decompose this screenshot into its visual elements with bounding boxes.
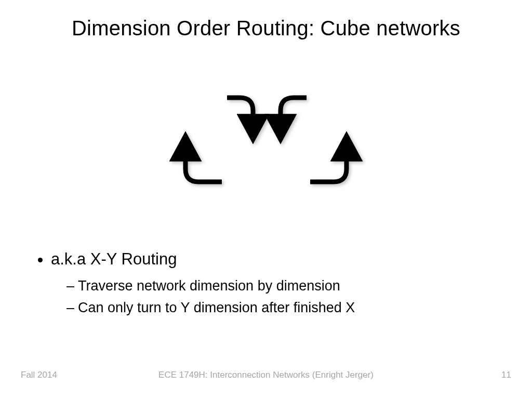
bullet-list-level2: Traverse network dimension by dimension … [66,275,496,319]
footer-left: Fall 2014 [21,370,57,380]
bullet-list-area: a.k.a X-Y Routing Traverse network dimen… [36,248,496,322]
bullet-sub-2: Can only turn to Y dimension after finis… [66,297,496,319]
arrow-top-right-down-icon [281,98,307,129]
footer-page-number: 11 [501,370,511,380]
bullet-sub-1: Traverse network dimension by dimension [66,275,496,297]
arrow-bottom-left-up-icon [185,147,222,182]
bullet-list-level1: a.k.a X-Y Routing Traverse network dimen… [51,248,496,319]
slide-footer: ECE 1749H: Interconnection Networks (Enr… [0,370,532,382]
slide: Dimension Order Routing: Cube networks [0,0,532,399]
bullet-main: a.k.a X-Y Routing Traverse network dimen… [51,248,496,319]
footer-center: ECE 1749H: Interconnection Networks (Enr… [0,370,532,380]
arrows-svg [152,88,380,192]
routing-arrows-diagram [0,88,532,203]
arrow-bottom-right-up-icon [310,147,347,182]
slide-title: Dimension Order Routing: Cube networks [0,17,532,40]
arrow-top-left-down-icon [227,98,253,129]
bullet-main-text: a.k.a X-Y Routing [51,250,177,268]
